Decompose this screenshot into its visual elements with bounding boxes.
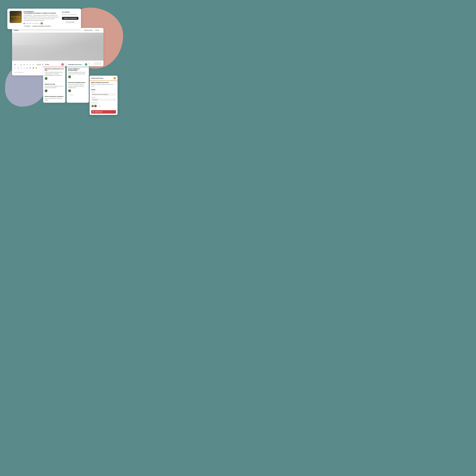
- kanban-title-evaluation: Evaluation and Scree...: [68, 64, 83, 65]
- ip-item-title: Market Potential Assessment: [91, 82, 116, 83]
- eval-item-2-avatar: [68, 89, 71, 92]
- list-item: Technical Feasibility Review Work with T…: [68, 82, 87, 92]
- deadline-label: Deadline: [91, 97, 116, 98]
- system-section-badge: System Section: [83, 29, 94, 31]
- kanban-badge-evaluation: 2: [85, 63, 87, 66]
- unlink-button[interactable]: ⛓: [29, 67, 32, 69]
- add-member-button[interactable]: [98, 104, 102, 108]
- membership-brand: HYPERNERDS: [23, 11, 60, 12]
- kanban-title-todos: To-Dos: [45, 64, 49, 65]
- kanban-header-evaluation: Evaluation and Scree... 2: [67, 62, 89, 67]
- members-label-row: Members i: [91, 102, 116, 104]
- header-image-bg: [12, 45, 103, 61]
- align-center-button[interactable]: ☰: [17, 67, 19, 69]
- add-member-icon: [99, 105, 101, 107]
- delete-card-label: Delete Card: [95, 111, 102, 113]
- accessibility-title: Accessibility: [62, 11, 78, 13]
- justify-button[interactable]: ≡: [23, 67, 26, 69]
- align-right-button[interactable]: ≡: [20, 67, 22, 69]
- eval-item-1-desc: Provide any additional information reque…: [68, 71, 87, 75]
- collapse-chevron-icon[interactable]: ∧: [101, 30, 102, 31]
- list-item: Brainstorm and Document Your Idea Create…: [45, 68, 64, 80]
- membership-tags: Consulting Strategy & Management consult…: [23, 25, 60, 27]
- members-count: 6 Members: [26, 23, 31, 24]
- accessibility-sub: After approval by administrator: [62, 14, 78, 15]
- header-image-area: [12, 33, 103, 61]
- membership-desc: HYPERNERDS - THE BUSINESS NETWORK BY NER…: [23, 15, 60, 21]
- todo-item-3-desc: Ensure your submission meets all criteri…: [45, 98, 64, 101]
- members-row: [91, 104, 116, 108]
- apply-membership-button[interactable]: Apply for membership: [62, 17, 78, 20]
- text-style-select[interactable]: Normal: [35, 64, 44, 66]
- image-button[interactable]: 🖼: [32, 67, 35, 69]
- divider: [45, 82, 64, 82]
- eval-item-2-title: Technical Feasibility Review: [68, 82, 87, 83]
- header-editor-card: Header System Section Active ∧ Contact P…: [12, 28, 103, 66]
- column-value[interactable]: Development and Prototyping ⌄: [91, 93, 116, 96]
- more-button[interactable]: ⋯: [38, 67, 41, 69]
- active-badge: Active: [94, 29, 100, 31]
- tag-strategy: Strategy & Management consulting: [32, 25, 51, 27]
- delete-card-button[interactable]: 🗑 Delete Card ∨: [91, 110, 116, 114]
- delete-trash-icon: 🗑: [93, 111, 94, 113]
- membership-meta: 👥 6 Members Group Admins:: [23, 22, 60, 24]
- underline-button[interactable]: U: [20, 63, 22, 66]
- members-label: Members: [91, 102, 96, 103]
- eval-item-2-desc: Work with TechTrans experts to conduct a…: [68, 84, 87, 89]
- column-value-text: Development and Prototyping: [92, 94, 108, 95]
- deadline-value[interactable]: 19/7/2024 🗑: [91, 98, 116, 101]
- header-card-badges: System Section Active ∧: [83, 29, 102, 31]
- editor-description-placeholder: Enter description: [14, 71, 47, 74]
- membership-subtitle: THE BUSINESS NETWORK BY NERDS FOR NERDS: [23, 12, 60, 14]
- todo-item-2-desc: Fill out the Idea Submission Form on the…: [45, 85, 64, 89]
- member-avatar-2: [94, 104, 97, 107]
- details-panel: Intellectual Propert... 2 Market Potenti…: [90, 76, 118, 115]
- ip-card-badge: 2: [114, 77, 116, 80]
- column-chevron-icon: ⌄: [114, 94, 115, 95]
- member-avatar-1: [91, 104, 94, 107]
- list-item: Review Submission Guidelines Ensure your…: [45, 96, 64, 102]
- add-card-button-eval[interactable]: + + Card: [68, 94, 73, 96]
- italic-button[interactable]: I: [17, 63, 19, 66]
- add-card-label-eval: + Card: [69, 94, 73, 96]
- kanban-column-todos: To-Dos 4 Brainstorm and Document Your Id…: [43, 62, 65, 103]
- more-information-button[interactable]: More information: [62, 20, 78, 23]
- ip-card-header: Intellectual Propert... 2: [90, 76, 118, 81]
- delete-card-chevron-icon: ∨: [113, 111, 115, 113]
- list-item: Prepare Additional Documentation Provide…: [68, 68, 87, 78]
- code-button[interactable]: {}: [26, 63, 29, 66]
- kanban-items-evaluation: Prepare Additional Documentation Provide…: [67, 67, 89, 93]
- bold-button[interactable]: B: [14, 63, 16, 66]
- todo-item-1-avatar: [45, 77, 48, 80]
- membership-actions: Accessibility After approval by administ…: [62, 11, 78, 27]
- emoji-button[interactable]: 😊: [35, 67, 38, 69]
- details-members-field: Members i: [91, 102, 116, 108]
- details-section-title: Details: [91, 89, 95, 90]
- todo-item-2-avatar: [45, 89, 48, 92]
- strikethrough-button[interactable]: S: [23, 63, 26, 66]
- eval-item-1-title: Prepare Additional Documentation: [68, 68, 87, 71]
- membership-main: HYPERNERDS THE BUSINESS NETWORK BY NERDS…: [23, 11, 60, 27]
- membership-logo: HYPER NERDS: [10, 11, 22, 23]
- clear-deadline-icon[interactable]: 🗑: [114, 99, 115, 101]
- link-button[interactable]: 🔗: [26, 67, 29, 69]
- group-admins-label: Group Admins:: [32, 23, 40, 24]
- align-left-button[interactable]: ≡: [14, 67, 16, 69]
- todo-item-1-desc: Create a detailed description of your te…: [45, 71, 64, 76]
- todo-item-2-title: Submit Your Idea: [45, 84, 64, 85]
- column-label: Column: [91, 91, 116, 93]
- membership-card: HYPER NERDS HYPERNERDS THE BUSINESS NETW…: [7, 9, 81, 29]
- details-chevron-icon[interactable]: ∧: [115, 89, 116, 90]
- header-card-title: Header: [14, 30, 18, 31]
- subscript-button[interactable]: x₂: [32, 63, 35, 66]
- ip-item-desc: Submit any market research or potential …: [91, 84, 116, 87]
- deadline-value-text: 19/7/2024: [92, 99, 98, 101]
- details-column-field: Column Development and Prototyping ⌄: [91, 91, 116, 96]
- ip-card-title: Intellectual Propert...: [91, 77, 104, 79]
- kanban-badge-todos: 4: [61, 63, 64, 66]
- kanban-area: To-Dos 4 Brainstorm and Document Your Id…: [43, 62, 89, 103]
- edit-button-placeholder[interactable]: [94, 62, 102, 65]
- details-deadline-field: Deadline 19/7/2024 🗑: [91, 97, 116, 101]
- divider: [45, 94, 64, 94]
- superscript-button[interactable]: x²: [29, 63, 32, 66]
